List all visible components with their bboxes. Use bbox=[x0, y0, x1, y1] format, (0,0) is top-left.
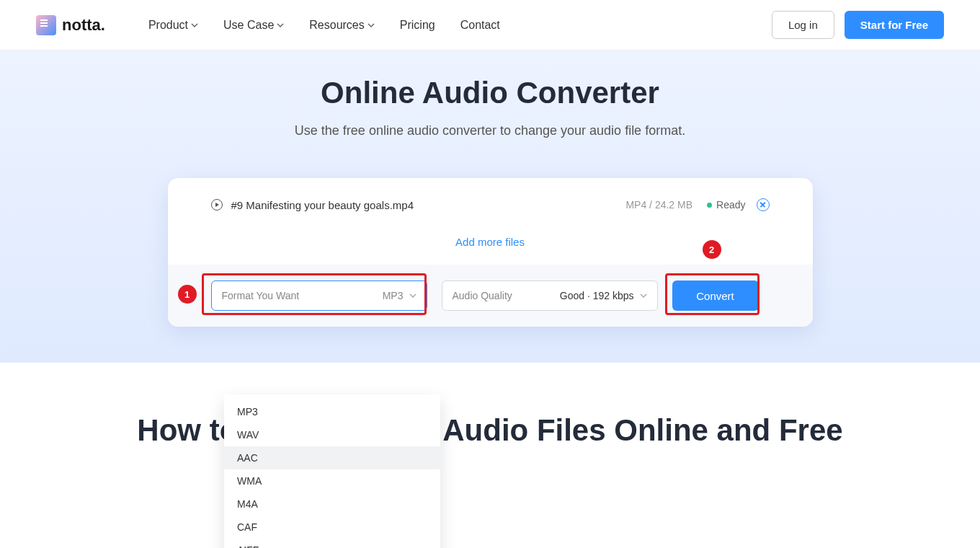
start-free-button[interactable]: Start for Free bbox=[845, 11, 944, 39]
nav-resources[interactable]: Resources bbox=[309, 19, 374, 32]
quality-value: Good · 192 kbps bbox=[560, 290, 634, 301]
quality-label: Audio Quality bbox=[453, 290, 560, 301]
converter-card: #9 Manifesting your beauty goals.mp4 MP4… bbox=[168, 178, 813, 327]
nav-contact[interactable]: Contact bbox=[460, 19, 500, 32]
annotation-badge-1: 1 bbox=[178, 285, 197, 304]
chevron-down-icon bbox=[409, 292, 416, 299]
chevron-down-icon bbox=[277, 22, 284, 29]
remove-file-button[interactable] bbox=[757, 198, 770, 211]
page-subtitle: Use the free online audio converter to c… bbox=[0, 123, 980, 138]
status-dot-icon bbox=[707, 203, 712, 208]
format-option-m4a[interactable]: M4A bbox=[224, 492, 440, 516]
add-more-files-link[interactable]: Add more files bbox=[455, 236, 525, 248]
nav-pricing[interactable]: Pricing bbox=[400, 19, 435, 32]
file-row: #9 Manifesting your beauty goals.mp4 MP4… bbox=[168, 178, 813, 220]
nav-product[interactable]: Product bbox=[148, 19, 198, 32]
logo-icon bbox=[36, 15, 56, 35]
play-icon[interactable] bbox=[211, 199, 223, 211]
format-option-wav[interactable]: WAV bbox=[224, 423, 440, 446]
section-title: How to Convert Your Audio Files Online a… bbox=[0, 413, 980, 448]
nav-usecase[interactable]: Use Case bbox=[223, 19, 284, 32]
format-value: MP3 bbox=[383, 290, 404, 301]
format-option-aiff[interactable]: AIFF bbox=[224, 539, 440, 548]
file-status: Ready bbox=[707, 199, 745, 211]
format-option-caf[interactable]: CAF bbox=[224, 516, 440, 539]
page-title: Online Audio Converter bbox=[0, 76, 980, 110]
header-actions: Log in Start for Free bbox=[772, 11, 944, 39]
format-option-wma[interactable]: WMA bbox=[224, 469, 440, 492]
main-nav: Product Use Case Resources Pricing Conta… bbox=[148, 19, 772, 32]
chevron-down-icon bbox=[191, 22, 198, 29]
format-option-aac[interactable]: AAC bbox=[224, 446, 440, 469]
format-option-mp3[interactable]: MP3 bbox=[224, 400, 440, 423]
format-label: Format You Want bbox=[222, 290, 383, 301]
convert-button[interactable]: Convert bbox=[672, 280, 759, 311]
how-to-section: How to Convert Your Audio Files Online a… bbox=[0, 363, 980, 498]
file-info: MP4 / 24.2 MB bbox=[625, 199, 692, 211]
file-name: #9 Manifesting your beauty goals.mp4 bbox=[231, 199, 626, 211]
header: notta. Product Use Case Resources Pricin… bbox=[0, 0, 980, 50]
annotation-badge-2: 2 bbox=[703, 240, 721, 259]
chevron-down-icon bbox=[640, 292, 647, 299]
hero-section: Online Audio Converter Use the free onli… bbox=[0, 50, 980, 363]
controls-bar: Format You Want MP3 Audio Quality Good ·… bbox=[168, 265, 813, 327]
format-select[interactable]: Format You Want MP3 bbox=[211, 280, 427, 311]
format-dropdown: MP3 WAV AAC WMA M4A CAF AIFF FLAC bbox=[224, 394, 440, 548]
login-button[interactable]: Log in bbox=[772, 11, 834, 39]
brand-text: notta. bbox=[62, 16, 105, 35]
chevron-down-icon bbox=[368, 22, 375, 29]
logo[interactable]: notta. bbox=[36, 15, 105, 35]
quality-select[interactable]: Audio Quality Good · 192 kbps bbox=[442, 280, 658, 311]
